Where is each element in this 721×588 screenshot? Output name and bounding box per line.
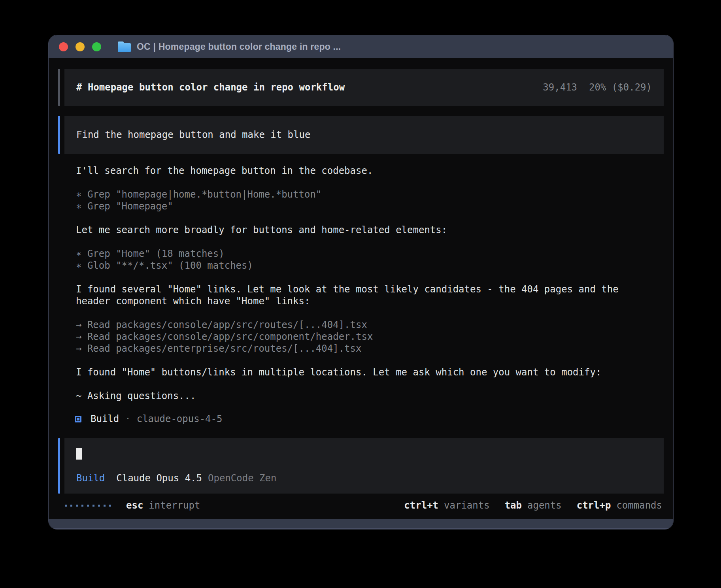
label-agents: agents <box>527 500 562 511</box>
blank-line <box>76 354 664 366</box>
key-esc: esc <box>126 500 143 511</box>
zoom-button[interactable] <box>92 42 101 51</box>
assistant-text-line: header component which have "Home" links… <box>76 295 664 307</box>
assistant-text-line: ~ Asking questions... <box>76 390 664 402</box>
key-ctrl+t: ctrl+t <box>404 500 438 511</box>
key-tab: tab <box>505 500 522 511</box>
header-accent-bar <box>58 69 60 106</box>
status-separator: · <box>125 413 130 424</box>
assistant-text-line: I found "Home" buttons/links in multiple… <box>76 366 664 378</box>
close-button[interactable] <box>59 42 68 51</box>
footer-left: esc interrupt <box>65 500 200 511</box>
spinner-dot <box>81 505 83 507</box>
label-commands: commands <box>616 500 662 511</box>
input-model-label: Claude Opus 4.5 <box>116 473 202 484</box>
hint-variants: ctrl+tvariants <box>404 500 489 511</box>
traffic-lights <box>59 42 101 51</box>
spinner-dot <box>109 505 111 507</box>
label-variants: variants <box>444 500 490 511</box>
spinner-dot <box>92 505 94 507</box>
agent-name: Build <box>91 413 119 424</box>
agent-build-icon <box>75 416 81 422</box>
blank-line <box>76 378 664 390</box>
input-agent-label: Build <box>76 473 105 484</box>
folder-icon <box>118 41 131 52</box>
user-message: Find the homepage button and make it blu… <box>58 116 664 154</box>
session-content: # Homepage button color change in repo w… <box>49 69 673 530</box>
input-line[interactable] <box>76 448 652 460</box>
key-ctrl+p: ctrl+p <box>577 500 611 511</box>
minimize-button[interactable] <box>75 42 85 51</box>
blank-line <box>76 307 664 319</box>
context-cost: 20% ($0.29) <box>589 81 652 93</box>
user-accent-bar <box>58 116 60 154</box>
prompt-input[interactable]: Build Claude Opus 4.5 OpenCode Zen <box>58 438 664 494</box>
spinner-dot <box>76 505 78 507</box>
input-provider-label: OpenCode Zen <box>208 473 276 484</box>
blank-line <box>76 271 664 283</box>
assistant-text-line: I'll search for the homepage button in t… <box>76 165 664 177</box>
spinner-dot <box>104 505 106 507</box>
spinner-dot <box>70 505 72 507</box>
window-title: OC | Homepage button color change in rep… <box>137 41 341 52</box>
tool-call-line: → Read packages/console/app/src/routes/[… <box>76 319 664 331</box>
spinner-dot <box>65 505 67 507</box>
window-bottom-edge <box>49 519 673 529</box>
hint-agents: tabagents <box>505 500 562 511</box>
spinner-dot <box>98 505 100 507</box>
blank-line <box>76 177 664 188</box>
tool-call-line: ∗ Glob "**/*.tsx" (100 matches) <box>76 260 664 271</box>
hint-interrupt: esc interrupt <box>126 500 200 511</box>
hint-commands: ctrl+pcommands <box>577 500 662 511</box>
model-id: claude-opus-4-5 <box>137 413 223 424</box>
spinner-dots <box>65 505 111 507</box>
title-bar: OC | Homepage button color change in rep… <box>49 35 673 58</box>
text-cursor <box>76 448 82 460</box>
session-title: # Homepage button color change in repo w… <box>76 81 345 93</box>
tool-call-line: → Read packages/console/app/src/componen… <box>76 331 664 343</box>
assistant-transcript: I'll search for the homepage button in t… <box>76 165 664 402</box>
tool-call-line: ∗ Grep "homepage|home.*button|Home.*butt… <box>76 188 664 200</box>
user-message-text: Find the homepage button and make it blu… <box>76 129 652 141</box>
spinner-dot <box>87 505 89 507</box>
model-selector-row: Build Claude Opus 4.5 OpenCode Zen <box>76 472 652 484</box>
blank-line <box>76 212 664 224</box>
input-accent-bar <box>58 438 60 494</box>
blank-line <box>76 236 664 248</box>
status-footer: esc interrupt ctrl+tvariantstabagentsctr… <box>58 499 664 511</box>
session-header: # Homepage button color change in repo w… <box>58 69 664 106</box>
session-stats: 39,413 20% ($0.29) <box>543 81 652 93</box>
token-count: 39,413 <box>543 81 577 93</box>
assistant-text-line: I found several "Home" links. Let me loo… <box>76 283 664 295</box>
tool-call-line: → Read packages/enterprise/src/routes/[.… <box>76 343 664 354</box>
tool-call-line: ∗ Grep "Homepage" <box>76 200 664 212</box>
assistant-text-line: Let me search more broadly for buttons a… <box>76 224 664 236</box>
footer-right: ctrl+tvariantstabagentsctrl+pcommands <box>404 500 662 511</box>
label-interrupt: interrupt <box>149 500 200 511</box>
terminal-window: OC | Homepage button color change in rep… <box>48 35 674 530</box>
tool-call-line: ∗ Grep "Home" (18 matches) <box>76 248 664 260</box>
agent-status-row: Build · claude-opus-4-5 <box>75 413 664 425</box>
